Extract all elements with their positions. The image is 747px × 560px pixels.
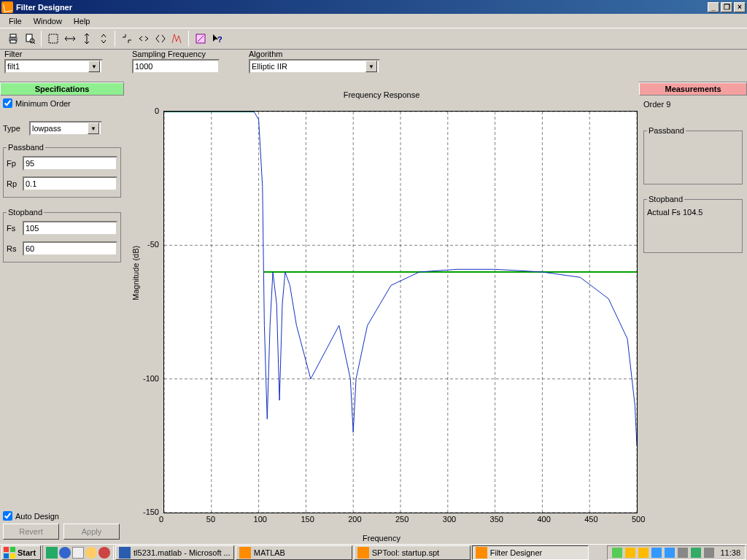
filter-value: filt1 <box>7 62 20 71</box>
clock: 11:38 <box>720 548 740 557</box>
sampling-freq-label: Sampling Frequency <box>132 50 220 58</box>
rs-input[interactable] <box>23 241 117 256</box>
passband-zoom-icon[interactable] <box>118 31 135 47</box>
matlab-icon <box>357 547 369 559</box>
meas-passband-fieldset: Passband <box>643 126 743 184</box>
specifications-header: Specifications <box>0 82 124 96</box>
fs-label: Fs <box>7 224 20 233</box>
taskbar-item-matlab[interactable]: MATLAB <box>236 545 352 560</box>
sampling-freq-input[interactable] <box>132 59 220 74</box>
y-tick: 0 <box>155 106 159 115</box>
revert-button[interactable]: Revert <box>3 524 59 540</box>
chevron-down-icon: ▼ <box>88 122 99 134</box>
close-button[interactable]: × <box>734 2 746 12</box>
app-icon <box>1 1 13 13</box>
tray-icon[interactable] <box>651 548 662 558</box>
passband-fieldset: Passband Fp Rp <box>3 143 121 198</box>
tray-icon[interactable] <box>638 548 649 558</box>
type-value: lowpass <box>32 124 61 133</box>
whatsthis-icon[interactable]: ? <box>209 31 225 47</box>
x-tick: 100 <box>254 515 267 524</box>
measurements-header: Measurements <box>639 82 747 96</box>
maximize-button[interactable]: ❐ <box>721 2 732 12</box>
algorithm-label: Algorithm <box>249 50 380 58</box>
tray-icon[interactable] <box>665 548 675 558</box>
svg-text:?: ? <box>217 35 222 44</box>
zoom-x-icon[interactable] <box>135 31 152 47</box>
rs-label: Rs <box>7 244 20 253</box>
tray-icon[interactable] <box>625 548 635 558</box>
print-icon[interactable] <box>4 31 21 47</box>
tray-icon[interactable] <box>704 548 714 558</box>
overlay-spectrum-icon[interactable] <box>169 31 185 47</box>
meas-passband-legend: Passband <box>647 126 686 135</box>
specifications-panel: Specifications Minimum Order Type lowpas… <box>0 82 124 544</box>
sampling-freq-value <box>135 62 217 71</box>
menu-file[interactable]: File <box>3 15 28 27</box>
y-tick: -100 <box>143 374 159 383</box>
ql-desktop-icon[interactable] <box>72 547 84 559</box>
svg-rect-3 <box>26 34 32 42</box>
fs-input[interactable] <box>23 221 117 236</box>
fp-input[interactable] <box>23 156 117 171</box>
meas-stopband-legend: Stopband <box>647 195 684 203</box>
minimize-button[interactable]: _ <box>708 2 719 12</box>
nav-icon[interactable] <box>152 31 169 47</box>
toolbar: ? <box>0 28 747 50</box>
taskbar-label: Filter Designer <box>490 548 543 557</box>
zoom-full-x-icon[interactable] <box>61 31 78 47</box>
filter-combo[interactable]: filt1 ▼ <box>4 59 103 74</box>
select-rect-icon[interactable] <box>44 31 61 47</box>
zoom-y-icon[interactable] <box>95 31 112 47</box>
actual-fs-value: Actual Fs 104.5 <box>647 208 739 217</box>
menu-help[interactable]: Help <box>68 15 96 27</box>
tray-icon[interactable] <box>691 548 701 558</box>
menu-window[interactable]: Window <box>28 15 68 27</box>
x-tick: 200 <box>348 515 361 524</box>
start-button[interactable]: Start <box>1 545 41 560</box>
zoom-full-y-icon[interactable] <box>78 31 95 47</box>
chart-plot[interactable] <box>163 111 638 513</box>
ql-ie-icon[interactable] <box>59 547 71 559</box>
taskbar-label: tl5231.matlab - Microsoft ... <box>133 548 231 557</box>
title-bar: Filter Designer _ ❐ × <box>0 0 747 14</box>
stopband-legend: Stopband <box>7 208 44 217</box>
chart-area: Frequency Response Magnitude (dB) Freque… <box>124 82 639 544</box>
toolbar-sep-2 <box>115 31 115 47</box>
toolbar-sep-3 <box>188 31 189 47</box>
taskbar: Start tl5231.matlab - Microsoft ... MATL… <box>0 544 747 560</box>
x-tick: 300 <box>443 515 456 524</box>
minimum-order-checkbox[interactable]: Minimum Order <box>3 98 121 108</box>
auto-design-checkbox[interactable]: Auto Design <box>3 511 120 521</box>
type-combo[interactable]: lowpass ▼ <box>29 121 102 136</box>
apply-button[interactable]: Apply <box>63 524 120 540</box>
taskbar-item-sptool[interactable]: SPTool: startup.spt <box>354 545 471 560</box>
menu-bar: File Window Help <box>0 14 747 28</box>
x-tick: 500 <box>632 515 645 524</box>
system-tray: 11:38 <box>607 545 746 560</box>
x-tick: 400 <box>537 515 550 524</box>
fp-label: Fp <box>7 159 20 168</box>
ql-icon[interactable] <box>85 547 97 559</box>
taskbar-item-filter-designer[interactable]: Filter Designer <box>472 545 589 560</box>
algorithm-combo[interactable]: Elliptic IIR ▼ <box>249 59 380 74</box>
ql-icon[interactable] <box>46 547 58 559</box>
svg-rect-2 <box>10 40 16 43</box>
pole-zero-icon[interactable] <box>192 31 209 47</box>
type-label: Type <box>3 124 26 133</box>
minimum-order-check[interactable] <box>3 98 12 108</box>
x-tick: 0 <box>159 515 163 524</box>
tray-icon[interactable] <box>678 548 688 558</box>
ql-icon[interactable] <box>98 547 110 559</box>
filter-label: Filter <box>4 50 103 58</box>
chevron-down-icon: ▼ <box>365 61 377 72</box>
tray-icon[interactable] <box>612 548 622 558</box>
chart-ylabel: Magnitude (dB) <box>131 246 140 300</box>
chart-xlabel: Frequency <box>124 534 639 542</box>
taskbar-item-word[interactable]: tl5231.matlab - Microsoft ... <box>115 545 234 560</box>
x-tick: 150 <box>301 515 314 524</box>
rp-label: Rp <box>7 179 20 188</box>
auto-design-check[interactable] <box>3 511 12 521</box>
rp-input[interactable] <box>23 176 117 191</box>
print-preview-icon[interactable] <box>21 31 38 47</box>
